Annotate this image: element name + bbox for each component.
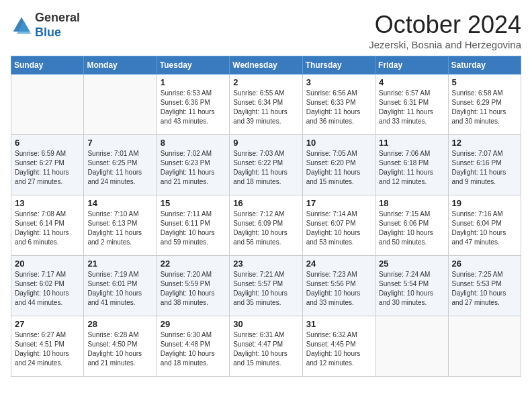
calendar-cell: 3 Sunrise: 6:56 AMSunset: 6:33 PMDayligh… bbox=[302, 75, 375, 135]
calendar-cell: 23 Sunrise: 7:21 AMSunset: 5:57 PMDaylig… bbox=[230, 256, 302, 316]
day-number: 18 bbox=[379, 198, 444, 208]
calendar-cell: 9 Sunrise: 7:03 AMSunset: 6:22 PMDayligh… bbox=[230, 135, 302, 195]
calendar-cell: 27 Sunrise: 6:27 AMSunset: 4:51 PMDaylig… bbox=[11, 316, 84, 377]
calendar-cell: 10 Sunrise: 7:05 AMSunset: 6:20 PMDaylig… bbox=[302, 135, 375, 195]
day-info: Sunrise: 7:17 AMSunset: 6:02 PMDaylight:… bbox=[15, 270, 80, 308]
day-info: Sunrise: 6:58 AMSunset: 6:29 PMDaylight:… bbox=[452, 89, 517, 126]
calendar-week-row: 6 Sunrise: 6:59 AMSunset: 6:27 PMDayligh… bbox=[11, 135, 521, 195]
day-number: 29 bbox=[161, 319, 226, 329]
day-info: Sunrise: 7:05 AMSunset: 6:20 PMDaylight:… bbox=[306, 149, 371, 187]
day-number: 4 bbox=[379, 77, 444, 87]
day-info: Sunrise: 7:15 AMSunset: 6:06 PMDaylight:… bbox=[379, 210, 444, 247]
logo-text: General Blue bbox=[35, 11, 80, 40]
calendar-cell: 19 Sunrise: 7:16 AMSunset: 6:04 PMDaylig… bbox=[448, 195, 521, 256]
header-monday: Monday bbox=[84, 56, 157, 75]
calendar-cell: 25 Sunrise: 7:24 AMSunset: 5:54 PMDaylig… bbox=[375, 256, 448, 316]
day-info: Sunrise: 7:06 AMSunset: 6:18 PMDaylight:… bbox=[379, 149, 444, 187]
day-number: 30 bbox=[233, 319, 298, 329]
calendar-cell: 28 Sunrise: 6:28 AMSunset: 4:50 PMDaylig… bbox=[84, 316, 157, 377]
calendar-cell: 13 Sunrise: 7:08 AMSunset: 6:14 PMDaylig… bbox=[11, 195, 84, 256]
day-number: 6 bbox=[15, 138, 80, 148]
day-number: 12 bbox=[452, 138, 517, 148]
header-wednesday: Wednesday bbox=[230, 56, 302, 75]
day-info: Sunrise: 7:25 AMSunset: 5:53 PMDaylight:… bbox=[452, 270, 517, 308]
calendar-cell: 31 Sunrise: 6:32 AMSunset: 4:45 PMDaylig… bbox=[302, 316, 375, 377]
calendar-cell bbox=[11, 75, 84, 135]
day-info: Sunrise: 7:02 AMSunset: 6:23 PMDaylight:… bbox=[161, 149, 226, 187]
day-info: Sunrise: 6:57 AMSunset: 6:31 PMDaylight:… bbox=[379, 89, 444, 126]
day-info: Sunrise: 6:53 AMSunset: 6:36 PMDaylight:… bbox=[161, 89, 226, 126]
day-number: 19 bbox=[452, 198, 517, 208]
day-number: 28 bbox=[87, 319, 152, 329]
location-subtitle: Jezerski, Bosnia and Herzegovina bbox=[369, 39, 521, 50]
day-info: Sunrise: 6:55 AMSunset: 6:34 PMDaylight:… bbox=[233, 89, 298, 126]
header-friday: Friday bbox=[375, 56, 448, 75]
month-title: October 2024 bbox=[369, 11, 521, 39]
day-number: 17 bbox=[306, 198, 371, 208]
day-number: 9 bbox=[233, 138, 298, 148]
day-info: Sunrise: 6:30 AMSunset: 4:48 PMDaylight:… bbox=[161, 330, 226, 368]
logo-general: General bbox=[35, 11, 80, 24]
header-sunday: Sunday bbox=[11, 56, 84, 75]
day-number: 15 bbox=[161, 198, 226, 208]
calendar-week-row: 20 Sunrise: 7:17 AMSunset: 6:02 PMDaylig… bbox=[11, 256, 521, 316]
day-info: Sunrise: 7:16 AMSunset: 6:04 PMDaylight:… bbox=[452, 210, 517, 247]
calendar-cell: 24 Sunrise: 7:23 AMSunset: 5:56 PMDaylig… bbox=[302, 256, 375, 316]
calendar-cell bbox=[448, 316, 521, 377]
calendar-cell: 16 Sunrise: 7:12 AMSunset: 6:09 PMDaylig… bbox=[230, 195, 302, 256]
day-info: Sunrise: 7:08 AMSunset: 6:14 PMDaylight:… bbox=[15, 210, 80, 247]
calendar-week-row: 27 Sunrise: 6:27 AMSunset: 4:51 PMDaylig… bbox=[11, 316, 521, 377]
calendar-cell: 12 Sunrise: 7:07 AMSunset: 6:16 PMDaylig… bbox=[448, 135, 521, 195]
day-number: 8 bbox=[161, 138, 226, 148]
day-info: Sunrise: 7:07 AMSunset: 6:16 PMDaylight:… bbox=[452, 149, 517, 187]
calendar-cell bbox=[375, 316, 448, 377]
day-info: Sunrise: 6:31 AMSunset: 4:47 PMDaylight:… bbox=[233, 330, 298, 368]
title-block: October 2024 Jezerski, Bosnia and Herzeg… bbox=[369, 11, 521, 50]
calendar-week-row: 13 Sunrise: 7:08 AMSunset: 6:14 PMDaylig… bbox=[11, 195, 521, 256]
day-number: 11 bbox=[379, 138, 444, 148]
day-info: Sunrise: 7:23 AMSunset: 5:56 PMDaylight:… bbox=[306, 270, 371, 308]
day-number: 16 bbox=[233, 198, 298, 208]
day-info: Sunrise: 6:32 AMSunset: 4:45 PMDaylight:… bbox=[306, 330, 371, 368]
day-number: 7 bbox=[87, 138, 152, 148]
calendar-cell: 2 Sunrise: 6:55 AMSunset: 6:34 PMDayligh… bbox=[230, 75, 302, 135]
calendar-header-row: SundayMondayTuesdayWednesdayThursdayFrid… bbox=[11, 56, 521, 75]
logo-blue: Blue bbox=[35, 26, 61, 39]
calendar-cell: 29 Sunrise: 6:30 AMSunset: 4:48 PMDaylig… bbox=[157, 316, 229, 377]
day-info: Sunrise: 7:11 AMSunset: 6:11 PMDaylight:… bbox=[161, 210, 226, 247]
day-number: 3 bbox=[306, 77, 371, 87]
calendar-cell: 18 Sunrise: 7:15 AMSunset: 6:06 PMDaylig… bbox=[375, 195, 448, 256]
day-number: 22 bbox=[161, 259, 226, 269]
day-info: Sunrise: 7:20 AMSunset: 5:59 PMDaylight:… bbox=[161, 270, 226, 308]
calendar-cell: 21 Sunrise: 7:19 AMSunset: 6:01 PMDaylig… bbox=[84, 256, 157, 316]
day-info: Sunrise: 7:10 AMSunset: 6:13 PMDaylight:… bbox=[87, 210, 152, 247]
day-number: 27 bbox=[15, 319, 80, 329]
calendar-cell: 17 Sunrise: 7:14 AMSunset: 6:07 PMDaylig… bbox=[302, 195, 375, 256]
header-thursday: Thursday bbox=[302, 56, 375, 75]
day-number: 13 bbox=[15, 198, 80, 208]
day-number: 23 bbox=[233, 259, 298, 269]
calendar-body: 1 Sunrise: 6:53 AMSunset: 6:36 PMDayligh… bbox=[11, 75, 521, 377]
day-info: Sunrise: 7:03 AMSunset: 6:22 PMDaylight:… bbox=[233, 149, 298, 187]
calendar-cell: 20 Sunrise: 7:17 AMSunset: 6:02 PMDaylig… bbox=[11, 256, 84, 316]
day-number: 5 bbox=[452, 77, 517, 87]
day-number: 10 bbox=[306, 138, 371, 148]
day-info: Sunrise: 7:12 AMSunset: 6:09 PMDaylight:… bbox=[233, 210, 298, 247]
header-tuesday: Tuesday bbox=[157, 56, 229, 75]
calendar-cell: 7 Sunrise: 7:01 AMSunset: 6:25 PMDayligh… bbox=[84, 135, 157, 195]
calendar-cell: 5 Sunrise: 6:58 AMSunset: 6:29 PMDayligh… bbox=[448, 75, 521, 135]
day-info: Sunrise: 6:59 AMSunset: 6:27 PMDaylight:… bbox=[15, 149, 80, 187]
day-number: 25 bbox=[379, 259, 444, 269]
calendar-cell: 4 Sunrise: 6:57 AMSunset: 6:31 PMDayligh… bbox=[375, 75, 448, 135]
calendar-cell: 14 Sunrise: 7:10 AMSunset: 6:13 PMDaylig… bbox=[84, 195, 157, 256]
header-saturday: Saturday bbox=[448, 56, 521, 75]
page-header: General Blue October 2024 Jezerski, Bosn… bbox=[11, 11, 521, 50]
calendar-cell: 8 Sunrise: 7:02 AMSunset: 6:23 PMDayligh… bbox=[157, 135, 229, 195]
day-info: Sunrise: 7:19 AMSunset: 6:01 PMDaylight:… bbox=[87, 270, 152, 308]
day-number: 31 bbox=[306, 319, 371, 329]
logo: General Blue bbox=[11, 11, 80, 40]
day-number: 24 bbox=[306, 259, 371, 269]
day-number: 21 bbox=[87, 259, 152, 269]
calendar-table: SundayMondayTuesdayWednesdayThursdayFrid… bbox=[11, 56, 521, 377]
calendar-cell: 11 Sunrise: 7:06 AMSunset: 6:18 PMDaylig… bbox=[375, 135, 448, 195]
